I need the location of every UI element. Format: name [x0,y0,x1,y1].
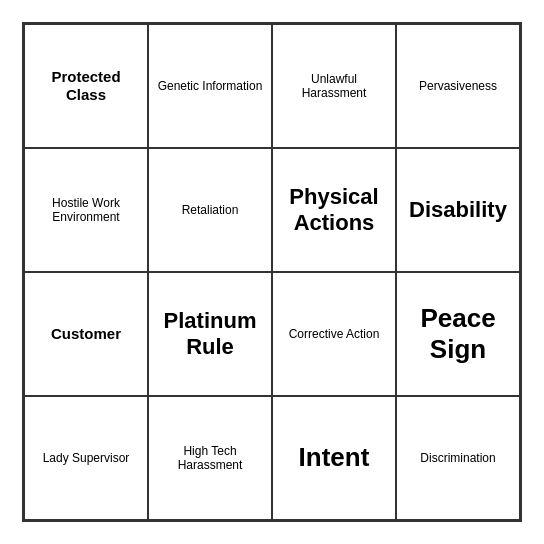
bingo-cell-r3c2: Intent [272,396,396,520]
cell-label-r3c1: High Tech Harassment [155,444,265,473]
bingo-cell-r1c2: Physical Actions [272,148,396,272]
bingo-cell-r3c0: Lady Supervisor [24,396,148,520]
bingo-cell-r3c1: High Tech Harassment [148,396,272,520]
bingo-cell-r2c0: Customer [24,272,148,396]
bingo-cell-r2c3: Peace Sign [396,272,520,396]
cell-label-r1c1: Retaliation [182,203,239,217]
bingo-cell-r2c2: Corrective Action [272,272,396,396]
cell-label-r2c0: Customer [51,325,121,343]
bingo-cell-r1c3: Disability [396,148,520,272]
cell-label-r0c0: Protected Class [31,68,141,104]
cell-label-r3c3: Discrimination [420,451,495,465]
bingo-cell-r0c2: Unlawful Harassment [272,24,396,148]
bingo-cell-r1c1: Retaliation [148,148,272,272]
cell-label-r0c3: Pervasiveness [419,79,497,93]
cell-label-r2c3: Peace Sign [403,303,513,365]
cell-label-r3c0: Lady Supervisor [43,451,130,465]
bingo-card: Protected ClassGenetic InformationUnlawf… [22,22,522,522]
bingo-cell-r0c0: Protected Class [24,24,148,148]
bingo-cell-r1c0: Hostile Work Environment [24,148,148,272]
cell-label-r1c0: Hostile Work Environment [31,196,141,225]
cell-label-r1c2: Physical Actions [279,184,389,237]
bingo-cell-r0c3: Pervasiveness [396,24,520,148]
cell-label-r3c2: Intent [299,442,370,473]
bingo-cell-r2c1: Platinum Rule [148,272,272,396]
cell-label-r0c2: Unlawful Harassment [279,72,389,101]
cell-label-r0c1: Genetic Information [158,79,263,93]
cell-label-r2c2: Corrective Action [289,327,380,341]
bingo-cell-r3c3: Discrimination [396,396,520,520]
bingo-cell-r0c1: Genetic Information [148,24,272,148]
cell-label-r2c1: Platinum Rule [155,308,265,361]
cell-label-r1c3: Disability [409,197,507,223]
